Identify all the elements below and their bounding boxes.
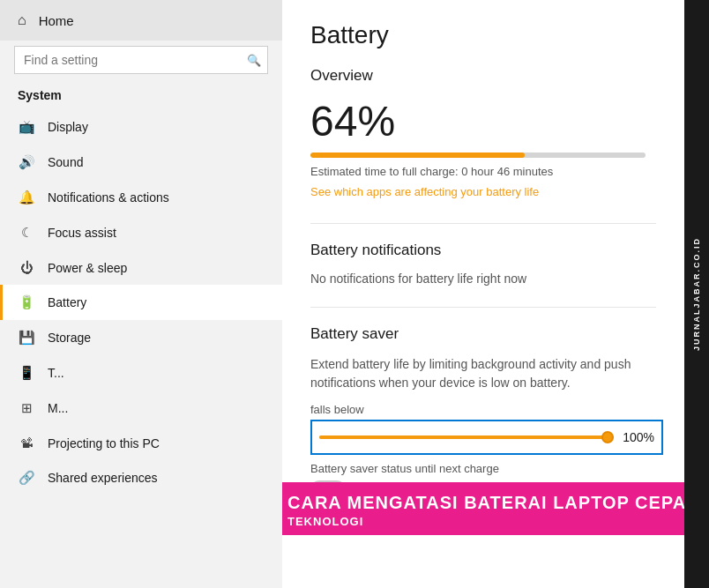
slider-wrapper: 100%: [310, 420, 663, 455]
slider-range-label: falls below: [310, 403, 656, 416]
battery-slider[interactable]: [319, 427, 614, 448]
sidebar-item-shared[interactable]: 🔗 Shared experiences: [0, 460, 282, 495]
sidebar-item-label: Battery: [48, 295, 86, 309]
home-nav-item[interactable]: ⌂ Home: [0, 0, 282, 41]
battery-notifications-section: Battery notifications No notifications f…: [310, 242, 656, 286]
apps-affecting-link[interactable]: See which apps are affecting your batter…: [310, 185, 656, 198]
estimated-time: Estimated time to full charge: 0 hour 46…: [310, 165, 656, 178]
sidebar-item-tablet[interactable]: 📱 T...: [0, 355, 282, 391]
brand-text: JURNALJABAR.CO.ID: [692, 237, 701, 351]
battery-icon: 🔋: [18, 294, 35, 310]
sidebar: ⌂ Home 🔍 System 📺 Display 🔊 Sound 🔔 Noti…: [0, 0, 282, 588]
sidebar-item-label: Projecting to this PC: [48, 436, 160, 450]
slider-thumb: [601, 431, 614, 443]
system-section-label: System: [0, 85, 282, 109]
no-notifications-text: No notifications for battery life right …: [310, 272, 656, 286]
slider-track: [319, 435, 614, 439]
sidebar-item-multitasking[interactable]: ⊞ M...: [0, 391, 282, 426]
sidebar-item-storage[interactable]: 💾 Storage: [0, 320, 282, 355]
sidebar-item-label: Sound: [48, 155, 83, 169]
projecting-icon: 📽: [18, 435, 35, 450]
notifications-icon: 🔔: [18, 190, 35, 205]
battery-progress-bar: [310, 153, 646, 158]
divider-1: [310, 223, 656, 224]
display-icon: 📺: [18, 119, 35, 135]
sidebar-item-label: Display: [48, 120, 88, 134]
watermark-subtitle: TEKNOLOGI: [287, 515, 684, 528]
sidebar-item-projecting[interactable]: 📽 Projecting to this PC: [0, 426, 282, 460]
battery-saver-section: Battery saver Extend battery life by lim…: [310, 325, 656, 502]
power-icon: ⏻: [18, 260, 35, 275]
status-text: Battery saver status until next charge: [310, 462, 656, 475]
battery-percent: 64%: [310, 97, 656, 145]
main-content: Battery Overview 64% Estimated time to f…: [282, 0, 684, 588]
focus-icon: ☾: [18, 225, 35, 241]
sidebar-item-battery[interactable]: 🔋 Battery: [0, 285, 282, 320]
sidebar-item-focus[interactable]: ☾ Focus assist: [0, 215, 282, 250]
sidebar-item-sound[interactable]: 🔊 Sound: [0, 145, 282, 180]
multitasking-icon: ⊞: [18, 400, 35, 416]
sidebar-item-label: T...: [48, 366, 64, 380]
search-input[interactable]: [14, 46, 268, 74]
saver-description: Extend battery life by limiting backgrou…: [310, 355, 656, 392]
search-icon: 🔍: [247, 54, 261, 67]
tablet-icon: 📱: [18, 365, 35, 381]
toggle-thumb: [312, 482, 326, 496]
sidebar-item-label: Power & sleep: [48, 261, 127, 275]
toggle-label: Off: [353, 482, 369, 496]
slider-value: 100%: [623, 430, 654, 444]
sidebar-item-display[interactable]: 📺 Display: [0, 109, 282, 145]
shared-icon: 🔗: [18, 470, 35, 486]
storage-icon: 💾: [18, 330, 35, 346]
sidebar-item-label: Shared experiences: [48, 471, 158, 485]
sound-icon: 🔊: [18, 154, 35, 170]
brand-bar: JURNALJABAR.CO.ID: [684, 0, 709, 588]
sidebar-item-label: Focus assist: [48, 226, 116, 240]
search-container: 🔍: [14, 46, 268, 74]
battery-progress-fill: [310, 153, 525, 158]
divider-2: [310, 307, 656, 308]
toggle-track: [310, 480, 346, 498]
sidebar-item-label: M...: [48, 401, 68, 415]
sidebar-item-label: Notifications & actions: [48, 190, 169, 205]
sidebar-item-label: Storage: [48, 331, 91, 345]
battery-saver-toggle[interactable]: Off: [310, 480, 369, 498]
slider-fill: [319, 435, 614, 439]
home-label: Home: [39, 13, 74, 28]
saver-heading: Battery saver: [310, 325, 656, 343]
page-title: Battery: [310, 21, 656, 49]
home-icon: ⌂: [18, 12, 26, 28]
sidebar-item-notifications[interactable]: 🔔 Notifications & actions: [0, 180, 282, 215]
sidebar-item-power[interactable]: ⏻ Power & sleep: [0, 250, 282, 285]
notifications-heading: Battery notifications: [310, 242, 656, 259]
overview-heading: Overview: [310, 67, 656, 85]
